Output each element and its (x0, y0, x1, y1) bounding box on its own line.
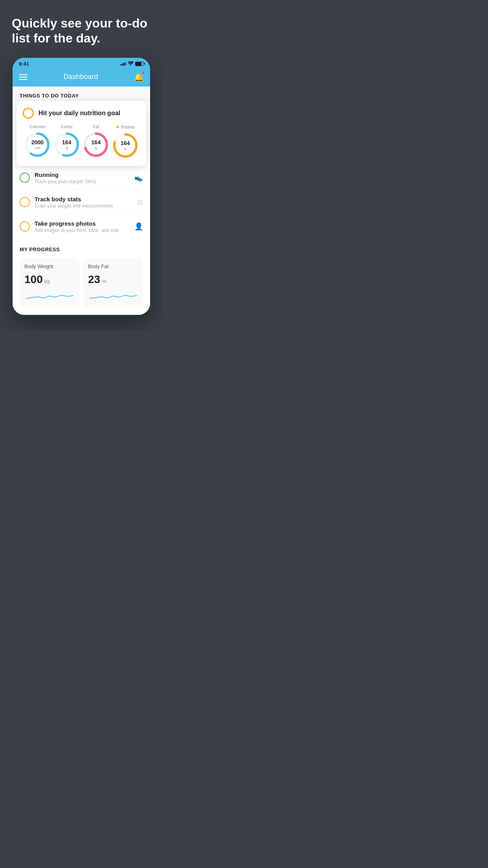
nutrition-check-circle[interactable] (23, 108, 34, 119)
status-bar: 9:41 (13, 58, 150, 68)
hamburger-menu-button[interactable] (19, 74, 28, 80)
progress-card-body-weight[interactable]: Body Weight 100 kg (20, 258, 79, 307)
nutrient-label: Carbs (61, 124, 72, 129)
progress-card-title: Body Fat (88, 263, 138, 269)
donut-chart: 2000 cal (24, 131, 51, 158)
todo-list: Running Track your stats (target: 5km) 👟… (13, 166, 150, 239)
hero-text: Quickly see your to-do list for the day. (8, 16, 155, 46)
todo-check-circle[interactable] (20, 221, 30, 232)
nav-title: Dashboard (63, 73, 98, 81)
star-icon: ★ (116, 124, 120, 130)
donut-text: 2000 cal (31, 139, 44, 150)
nutrition-card-title: Hit your daily nutrition goal (39, 110, 120, 117)
card-title-row: Hit your daily nutrition goal (23, 108, 140, 119)
todo-item-title: Running (35, 171, 130, 178)
content-area: THINGS TO DO TODAY Hit your daily nutrit… (13, 86, 150, 315)
progress-card-value: 23 (88, 273, 100, 286)
signal-bars-icon (121, 62, 127, 66)
wifi-icon (128, 61, 134, 66)
notification-bell-button[interactable]: 🔔 (134, 72, 144, 82)
donut-text: 164 g (121, 140, 130, 151)
todo-item-icon: 👟 (134, 173, 143, 182)
nutrition-card: Hit your daily nutrition goal Calories 2… (17, 101, 146, 166)
progress-cards: Body Weight 100 kg Body Fat 23 % (20, 258, 143, 311)
todo-check-circle[interactable] (20, 173, 30, 183)
things-header: THINGS TO DO TODAY (13, 86, 150, 103)
progress-card-unit: % (102, 278, 106, 284)
donut-chart: 164 g (53, 131, 80, 158)
todo-item-subtitle: Add images of your front, back, and side (35, 228, 130, 233)
todo-list-item[interactable]: Running Track your stats (target: 5km) 👟 (20, 166, 143, 190)
todo-item-subtitle: Enter your weight and measurements (35, 203, 132, 209)
outer-background: Quickly see your to-do list for the day.… (0, 0, 163, 331)
todo-list-item[interactable]: Take progress photos Add images of your … (20, 215, 143, 239)
status-time: 9:41 (19, 61, 29, 67)
notification-dot (142, 72, 145, 74)
todo-item-icon: ⚖ (137, 198, 143, 206)
todo-check-circle[interactable] (20, 197, 30, 207)
progress-card-title: Body Weight (24, 263, 75, 269)
nutrition-item-protein: ★Protein 164 g (112, 124, 139, 159)
nutrient-label: Fat (93, 124, 99, 129)
progress-card-unit: kg (44, 278, 50, 284)
todo-item-title: Track body stats (35, 196, 132, 202)
todo-item-title: Take progress photos (35, 220, 130, 227)
nutrient-label: Calories (29, 124, 45, 129)
todo-item-icon: 👤 (134, 222, 143, 231)
progress-card-body-fat[interactable]: Body Fat 23 % (83, 258, 143, 307)
nutrition-item-calories: Calories 2000 cal (24, 124, 51, 159)
nav-bar: Dashboard 🔔 (13, 68, 150, 86)
nutrient-label: ★Protein (116, 124, 135, 130)
battery-icon (135, 62, 144, 66)
nutrition-item-carbs: Carbs 164 g (53, 124, 80, 159)
donut-text: 164 g (92, 139, 101, 150)
mini-chart (24, 290, 75, 302)
todo-item-subtitle: Track your stats (target: 5km) (35, 179, 130, 184)
donut-chart: 164 g (112, 132, 139, 159)
status-icons (121, 61, 144, 66)
todo-list-item[interactable]: Track body stats Enter your weight and m… (20, 190, 143, 215)
nutrition-grid: Calories 2000 cal Carbs 164 g Fat (23, 124, 140, 159)
donut-text: 164 g (62, 139, 71, 150)
progress-card-value: 100 (24, 273, 43, 286)
donut-chart: 164 g (83, 131, 109, 158)
mini-chart (88, 290, 138, 302)
phone-mockup: 9:41 (13, 58, 150, 315)
svg-point-0 (130, 64, 131, 65)
progress-section: MY PROGRESS Body Weight 100 kg Body Fat … (13, 239, 150, 315)
progress-header: MY PROGRESS (20, 246, 143, 252)
nutrition-item-fat: Fat 164 g (83, 124, 109, 159)
